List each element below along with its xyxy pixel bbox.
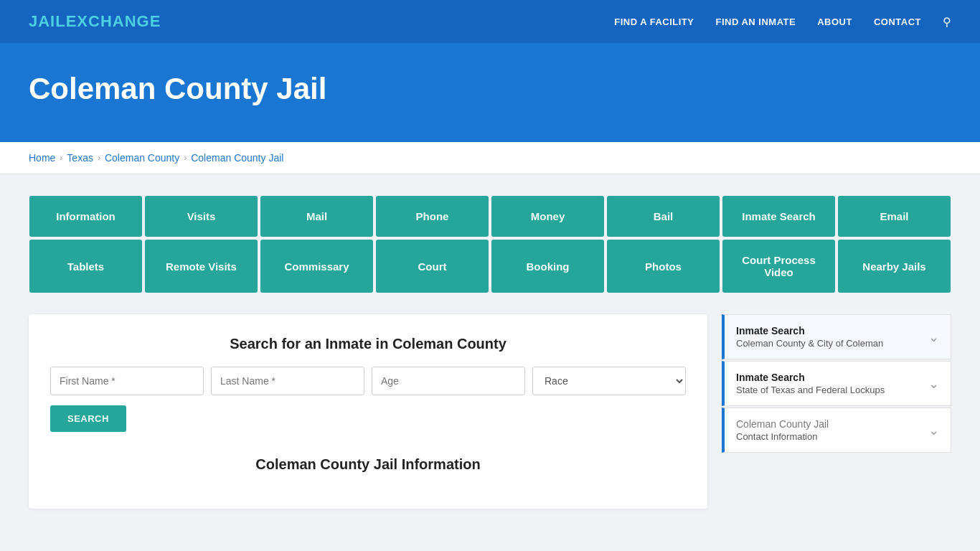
tile-bail[interactable]: Bail <box>607 196 720 237</box>
search-icon[interactable]: ⚲ <box>943 15 951 29</box>
chevron-down-icon-2: ⌄ <box>928 376 939 392</box>
sidebar-item-subtitle-3: Contact Information <box>736 431 829 442</box>
breadcrumb-jail[interactable]: Coleman County Jail <box>191 152 283 164</box>
chevron-down-icon-1: ⌄ <box>928 329 939 345</box>
age-input[interactable] <box>372 367 525 395</box>
tile-remote-visits[interactable]: Remote Visits <box>145 240 258 293</box>
main-content: Information Visits Mail Phone Money Bail… <box>0 174 980 530</box>
tile-visits[interactable]: Visits <box>145 196 258 237</box>
breadcrumb-sep-3: › <box>184 153 187 163</box>
tile-money[interactable]: Money <box>491 196 604 237</box>
sidebar-item-title-1: Inmate Search <box>736 325 883 336</box>
breadcrumb: Home › Texas › Coleman County › Coleman … <box>0 142 980 174</box>
sidebar-item-subtitle-1: Coleman County & City of Coleman <box>736 338 883 349</box>
sidebar-item-inmate-search-county[interactable]: Inmate Search Coleman County & City of C… <box>722 314 951 359</box>
tile-inmate-search[interactable]: Inmate Search <box>722 196 835 237</box>
tile-phone[interactable]: Phone <box>376 196 489 237</box>
sidebar-item-contact-info[interactable]: Coleman County Jail Contact Information … <box>722 408 951 453</box>
chevron-down-icon-3: ⌄ <box>928 423 939 438</box>
breadcrumb-sep-2: › <box>98 153 100 163</box>
breadcrumb-sep-1: › <box>60 153 62 163</box>
site-logo[interactable]: JAILEXCHANGE <box>29 12 161 31</box>
breadcrumb-county[interactable]: Coleman County <box>105 152 179 164</box>
sidebar: Inmate Search Coleman County & City of C… <box>722 314 951 454</box>
tile-email[interactable]: Email <box>838 196 951 237</box>
sidebar-item-text-3: Coleman County Jail Contact Information <box>736 418 829 442</box>
content-row: Search for an Inmate in Coleman County R… <box>29 314 951 509</box>
search-form-card: Search for an Inmate in Coleman County R… <box>29 314 707 509</box>
last-name-input[interactable] <box>211 367 364 395</box>
sidebar-item-inmate-search-state[interactable]: Inmate Search State of Texas and Federal… <box>722 361 951 406</box>
nav-find-facility[interactable]: FIND A FACILITY <box>614 17 694 27</box>
sidebar-item-text-1: Inmate Search Coleman County & City of C… <box>736 325 883 349</box>
tile-commissary[interactable]: Commissary <box>260 240 373 293</box>
navbar: JAILEXCHANGE FIND A FACILITY FIND AN INM… <box>0 0 980 43</box>
sidebar-item-text-2: Inmate Search State of Texas and Federal… <box>736 372 885 395</box>
tile-button-grid: Information Visits Mail Phone Money Bail… <box>29 196 951 293</box>
sidebar-item-subtitle-2: State of Texas and Federal Lockups <box>736 385 885 395</box>
breadcrumb-texas[interactable]: Texas <box>67 152 93 164</box>
tile-information[interactable]: Information <box>29 196 142 237</box>
tile-booking[interactable]: Booking <box>491 240 604 293</box>
section-heading: Coleman County Jail Information <box>50 452 686 473</box>
nav-find-inmate[interactable]: FIND AN INMATE <box>715 17 796 27</box>
logo-part2: EXCHANGE <box>66 12 161 30</box>
logo-part1: JAIL <box>29 12 66 30</box>
nav-links: FIND A FACILITY FIND AN INMATE ABOUT CON… <box>614 15 951 29</box>
nav-contact[interactable]: CONTACT <box>874 17 921 27</box>
hero-section: Coleman County Jail <box>0 43 980 142</box>
tile-tablets[interactable]: Tablets <box>29 240 142 293</box>
search-form-title: Search for an Inmate in Coleman County <box>50 336 686 352</box>
sidebar-item-title-2: Inmate Search <box>736 372 885 383</box>
breadcrumb-home[interactable]: Home <box>29 152 55 164</box>
search-button[interactable]: SEARCH <box>50 405 126 432</box>
first-name-input[interactable] <box>50 367 204 395</box>
tile-nearby-jails[interactable]: Nearby Jails <box>838 240 951 293</box>
page-title: Coleman County Jail <box>29 72 951 106</box>
tile-court[interactable]: Court <box>376 240 489 293</box>
race-select[interactable]: Race White Black Hispanic Asian Other <box>532 367 686 395</box>
tile-mail[interactable]: Mail <box>260 196 373 237</box>
tile-photos[interactable]: Photos <box>607 240 720 293</box>
nav-about[interactable]: ABOUT <box>817 17 852 27</box>
tile-court-process-video[interactable]: Court Process Video <box>722 240 835 293</box>
sidebar-item-title-3: Coleman County Jail <box>736 418 829 430</box>
search-fields: Race White Black Hispanic Asian Other <box>50 367 686 395</box>
